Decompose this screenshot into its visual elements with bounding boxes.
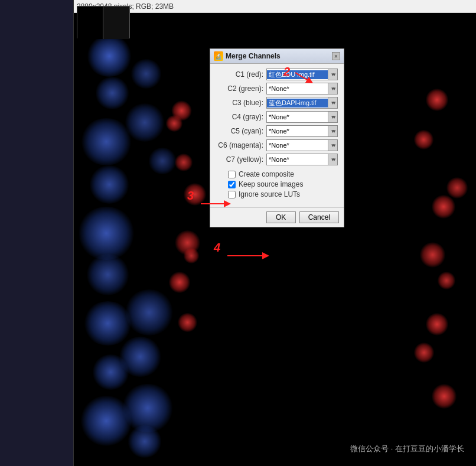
dialog-title-text: Merge Channels bbox=[226, 52, 281, 60]
create-composite-label: Create composite bbox=[239, 170, 294, 178]
create-composite-checkbox[interactable] bbox=[228, 171, 236, 178]
c3-select[interactable]: 蓝色DAPI-img.tif ▼ bbox=[266, 97, 338, 109]
watermark: 微信公众号 · 在打豆豆的小潘学长 bbox=[350, 444, 464, 454]
c5-dropdown-arrow[interactable]: ▼ bbox=[328, 126, 337, 136]
channel-row-c1: C1 (red): 红色EDU img.tif ▼ bbox=[216, 69, 338, 80]
c2-select-wrapper: *None* ▼ bbox=[266, 83, 338, 94]
c2-dropdown-arrow[interactable]: ▼ bbox=[328, 83, 337, 94]
c6-dropdown-arrow[interactable]: ▼ bbox=[328, 140, 337, 151]
checkboxes-area: Create composite Keep source images Igno… bbox=[216, 168, 338, 203]
c4-dropdown-arrow[interactable]: ▼ bbox=[328, 112, 337, 122]
c2-label: C2 (green): bbox=[216, 84, 266, 93]
left-panel bbox=[0, 0, 74, 466]
c7-label: C7 (yellow): bbox=[216, 155, 266, 164]
c3-value: 蓝色DAPI-img.tif bbox=[267, 99, 328, 107]
c1-select[interactable]: 红色EDU img.tif ▼ bbox=[266, 69, 338, 80]
channel-row-c5: C5 (cyan): *None* ▼ bbox=[216, 125, 338, 137]
ok-button[interactable]: OK bbox=[266, 211, 296, 223]
channel-row-c4: C4 (gray): *None* ▼ bbox=[216, 111, 338, 123]
dialog-title: 🔬 Merge Channels bbox=[214, 51, 281, 61]
ignore-luts-checkbox[interactable] bbox=[228, 191, 236, 198]
c7-select[interactable]: *None* ▼ bbox=[266, 154, 338, 165]
c1-label: C1 (red): bbox=[216, 70, 266, 79]
c7-value: *None* bbox=[267, 156, 328, 163]
c6-value: *None* bbox=[267, 142, 328, 149]
c4-value: *None* bbox=[267, 113, 328, 120]
keep-source-label: Keep source images bbox=[239, 180, 303, 188]
c1-value: 红色EDU img.tif bbox=[267, 70, 328, 79]
ignore-luts-label: Ignore source LUTs bbox=[239, 190, 300, 198]
c6-select[interactable]: *None* ▼ bbox=[266, 139, 338, 151]
cancel-button[interactable]: Cancel bbox=[299, 211, 339, 223]
checkbox-row-ignore-luts: Ignore source LUTs bbox=[216, 190, 338, 198]
dialog-body: C1 (red): 红色EDU img.tif ▼ C2 (green): *N… bbox=[210, 64, 344, 207]
checkbox-row-keep-source: Keep source images bbox=[216, 180, 338, 188]
c5-value: *None* bbox=[267, 128, 328, 135]
channel-row-c3: C3 (blue): 蓝色DAPI-img.tif ▼ bbox=[216, 97, 338, 109]
merge-channels-dialog: 🔬 Merge Channels × C1 (red): 红色EDU img.t… bbox=[210, 48, 344, 227]
dialog-titlebar: 🔬 Merge Channels × bbox=[210, 49, 344, 64]
c7-select-wrapper: *None* ▼ bbox=[266, 154, 338, 165]
c4-select-wrapper: *None* ▼ bbox=[266, 111, 338, 123]
c5-select-wrapper: *None* ▼ bbox=[266, 125, 338, 137]
c7-dropdown-arrow[interactable]: ▼ bbox=[328, 154, 337, 165]
channel-row-c7: C7 (yellow): *None* ▼ bbox=[216, 154, 338, 165]
keep-source-checkbox[interactable] bbox=[228, 181, 236, 188]
c3-label: C3 (blue): bbox=[216, 99, 266, 107]
dialog-icon: 🔬 bbox=[214, 51, 223, 61]
c6-select-wrapper: *None* ▼ bbox=[266, 139, 338, 151]
dialog-buttons: OK Cancel bbox=[210, 207, 344, 227]
c1-select-wrapper: 红色EDU img.tif ▼ bbox=[266, 69, 338, 80]
c2-value: *None* bbox=[267, 85, 328, 92]
c6-label: C6 (magenta): bbox=[216, 141, 266, 149]
c4-label: C4 (gray): bbox=[216, 113, 266, 121]
c3-dropdown-arrow[interactable]: ▼ bbox=[328, 97, 337, 108]
thumb-dark bbox=[103, 6, 129, 39]
channel-row-c2: C2 (green): *None* ▼ bbox=[216, 83, 338, 94]
c5-label: C5 (cyan): bbox=[216, 127, 266, 135]
dialog-close-button[interactable]: × bbox=[332, 52, 340, 60]
c5-select[interactable]: *None* ▼ bbox=[266, 125, 338, 137]
info-bar: 2880x2048 pixels; RGB; 23MB bbox=[74, 0, 476, 13]
channel-row-c6: C6 (magenta): *None* ▼ bbox=[216, 139, 338, 151]
c3-select-wrapper: 蓝色DAPI-img.tif ▼ bbox=[266, 97, 338, 109]
thumbnail-area bbox=[77, 6, 130, 38]
c1-dropdown-arrow[interactable]: ▼ bbox=[328, 69, 337, 80]
thumb-black bbox=[77, 6, 103, 39]
c4-select[interactable]: *None* ▼ bbox=[266, 111, 338, 123]
c2-select[interactable]: *None* ▼ bbox=[266, 83, 338, 94]
checkbox-row-create-composite: Create composite bbox=[216, 170, 338, 178]
